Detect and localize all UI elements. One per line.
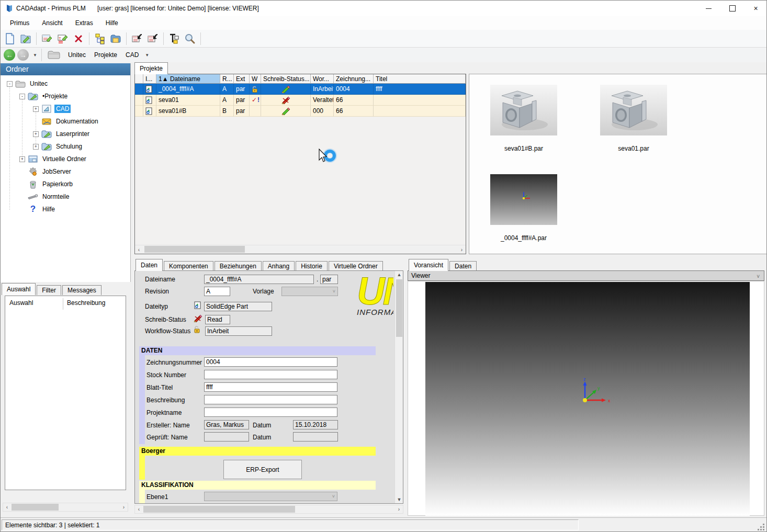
thumbnail-seva01b[interactable] <box>490 85 557 135</box>
header-zeichnung[interactable]: Zeichnung... <box>334 74 374 84</box>
scroll-right-icon[interactable]: › <box>395 505 403 513</box>
expand-icon[interactable]: + <box>33 106 39 112</box>
menu-primus[interactable]: Primus <box>4 17 36 29</box>
expand-icon[interactable]: + <box>33 131 39 137</box>
tab-beziehungen[interactable]: Beziehungen <box>215 261 262 271</box>
revision-field[interactable]: A <box>204 287 230 296</box>
column-divider[interactable] <box>63 298 63 310</box>
header-selector[interactable] <box>135 74 143 84</box>
tab-auswahl[interactable]: Auswahl <box>2 283 36 295</box>
scroll-right-icon[interactable]: › <box>458 246 466 254</box>
collapse-icon[interactable]: - <box>19 94 25 99</box>
batch-structure-button[interactable] <box>167 31 182 46</box>
thumbnail-label[interactable]: seva01#B.par <box>490 145 557 152</box>
edit-document-button[interactable] <box>18 31 33 46</box>
history-dropdown-icon[interactable]: ▼ <box>33 53 37 58</box>
structure-tree-button[interactable] <box>93 31 107 46</box>
geprueft-datum-field[interactable] <box>293 432 338 442</box>
scroll-down-icon[interactable]: ▼ <box>395 497 403 502</box>
resize-grip-icon[interactable] <box>763 529 764 530</box>
header-w[interactable]: W <box>250 74 261 84</box>
scrollbar-thumb[interactable] <box>144 246 245 253</box>
resize-grip-icon[interactable] <box>760 526 762 528</box>
scroll-left-icon[interactable]: ‹ <box>135 505 143 513</box>
tree-item-virtuelle-ordner[interactable]: + Virtuelle Ordner <box>19 153 88 165</box>
tab-virtuelle-ordner[interactable]: Virtuelle Ordner <box>329 261 383 271</box>
tab-messages[interactable]: Messages <box>62 285 101 295</box>
tab-voransicht[interactable]: Voransicht <box>409 259 448 271</box>
table-row[interactable]: seva01 A par ✓! Veraltet 66 <box>135 95 466 106</box>
resize-grip-icon[interactable] <box>758 529 759 530</box>
ersteller-datum-field[interactable]: 15.10.2018 <box>293 420 338 429</box>
tree-item-jobserver[interactable]: JobServer <box>28 166 73 177</box>
tree-item-schulung[interactable]: + Schulung <box>33 141 84 152</box>
table-hscrollbar[interactable]: ‹ › <box>135 245 466 254</box>
viewer-canvas[interactable]: z y x <box>408 281 764 516</box>
ext-field[interactable]: par <box>320 275 338 284</box>
delete-button[interactable] <box>71 31 86 46</box>
breadcrumb-cad[interactable]: CAD <box>121 50 143 60</box>
beschreibung-field[interactable] <box>204 395 337 404</box>
column-auswahl[interactable]: Auswahl <box>9 299 33 307</box>
thumbnail-seva01[interactable] <box>600 85 667 135</box>
tab-filter[interactable]: Filter <box>37 285 61 295</box>
header-ext[interactable]: Ext <box>234 74 250 84</box>
row-selector[interactable] <box>135 95 143 106</box>
tree-item-hilfe[interactable]: ? Hilfe <box>28 203 57 215</box>
resize-grip-icon[interactable] <box>763 526 764 528</box>
scrollbar-thumb[interactable] <box>396 279 402 337</box>
row-selector[interactable] <box>135 84 143 95</box>
header-revision[interactable]: R... <box>220 74 234 84</box>
breadcrumb-dropdown-icon[interactable]: ▼ <box>145 53 149 58</box>
dateityp-field[interactable]: SolidEdge Part <box>204 302 272 311</box>
menu-ansicht[interactable]: Ansicht <box>36 17 69 29</box>
resize-grip-icon[interactable] <box>760 529 762 530</box>
save-folder-button[interactable] <box>108 31 123 46</box>
projektname-field[interactable] <box>204 408 337 417</box>
breadcrumb-unitec[interactable]: Unitec <box>64 50 90 60</box>
header-icon-col[interactable]: I... <box>143 74 156 84</box>
thumbnail-0004-ffff[interactable] <box>490 174 557 225</box>
forward-button[interactable]: → <box>17 49 29 61</box>
geprueft-name-field[interactable] <box>204 432 249 442</box>
scroll-right-icon[interactable]: › <box>120 503 128 511</box>
table-row[interactable]: _0004_ffff#A A par InArbeit 0004 ffff <box>135 84 466 95</box>
close-button[interactable]: × <box>744 1 767 16</box>
tree-item-dokumentation[interactable]: Dokumentation <box>41 116 100 127</box>
ersteller-name-field[interactable]: Gras, Markus <box>204 420 249 429</box>
resize-grip-icon[interactable] <box>763 524 764 525</box>
row-selector[interactable] <box>135 106 143 117</box>
details-hscrollbar[interactable]: ‹ › <box>134 505 403 514</box>
selection-hscrollbar[interactable]: ‹ › <box>3 503 128 512</box>
tree-item-papierkorb[interactable]: Papierkorb <box>28 178 74 190</box>
scrollbar-thumb[interactable] <box>12 504 59 511</box>
thumbnail-label[interactable]: _0004_ffff#A.par <box>490 234 557 242</box>
tree-item-cad[interactable]: + CAD <box>33 103 71 115</box>
tab-projekte[interactable]: Projekte <box>134 62 168 74</box>
minimize-button[interactable] <box>697 1 720 16</box>
expand-icon[interactable]: + <box>19 156 25 162</box>
breadcrumb-projekte[interactable]: Projekte <box>90 50 121 60</box>
tab-anhang[interactable]: Anhang <box>263 261 295 271</box>
dateiname-field[interactable]: _0004_ffff#A <box>204 275 314 284</box>
checkout-button[interactable] <box>145 31 160 46</box>
tab-historie[interactable]: Historie <box>296 261 328 271</box>
menu-hilfe[interactable]: Hilfe <box>99 17 125 29</box>
tree-item-projekte[interactable]: - •Projekte <box>19 90 69 102</box>
ebene1-select[interactable]: ˅ <box>204 492 337 501</box>
tree-item-normteile[interactable]: Normteile <box>28 191 71 202</box>
tab-daten[interactable]: Daten <box>136 259 163 271</box>
collapse-icon[interactable]: - <box>7 81 13 87</box>
expand-icon[interactable]: + <box>33 144 39 150</box>
vorlage-select[interactable]: ˅ <box>281 287 338 296</box>
tree-item-laserprinter[interactable]: + Laserprinter <box>33 128 91 140</box>
scroll-left-icon[interactable]: ‹ <box>135 246 143 254</box>
table-row[interactable]: seva01#B B par 000 66 <box>135 106 466 117</box>
header-titel[interactable]: Titel <box>374 74 466 84</box>
tab-komponenten[interactable]: Komponenten <box>164 261 213 271</box>
zeichnungsnummer-field[interactable]: 0004 <box>204 357 337 367</box>
erp-export-button[interactable]: ERP-Export <box>223 460 302 479</box>
column-beschreibung[interactable]: Beschreibung <box>67 299 105 307</box>
maximize-button[interactable] <box>720 1 744 16</box>
schreib-status-field[interactable]: Read <box>205 315 230 324</box>
